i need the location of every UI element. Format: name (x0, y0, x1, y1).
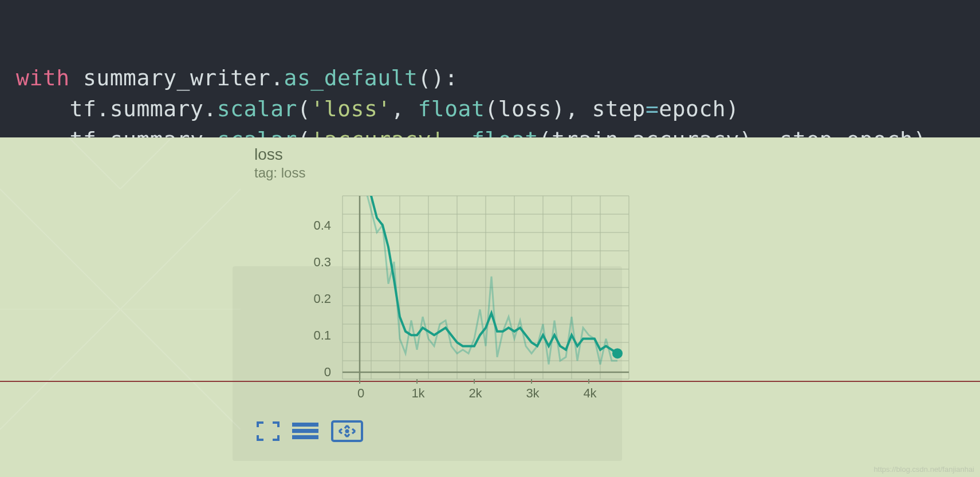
code-block: with summary_writer.as_default(): tf.sum… (0, 0, 980, 137)
raw-line (360, 190, 617, 364)
svg-line-1 (120, 189, 241, 309)
x-tick: 0 (357, 386, 364, 401)
function-name: scalar (217, 96, 297, 121)
kwarg-name: step (592, 96, 646, 121)
x-tick: 1k (411, 386, 424, 401)
string-literal: 'loss' (310, 96, 391, 121)
x-tick: 2k (469, 386, 482, 401)
svg-line-5 (120, 137, 241, 189)
expand-icon[interactable] (257, 421, 280, 441)
end-point-marker (612, 348, 623, 358)
lines-icon[interactable] (292, 421, 318, 441)
chart-title: loss (254, 145, 640, 164)
keyword-with: with (16, 65, 70, 90)
svg-rect-39 (292, 435, 318, 439)
identifier: summary_writer (83, 65, 270, 90)
paren-colon: (): (418, 65, 458, 90)
svg-point-41 (345, 429, 349, 433)
chart-toolbar (257, 420, 363, 442)
x-tick: 3k (526, 386, 539, 401)
x-tick: 4k (583, 386, 596, 401)
chart-panel: loss tag: loss 0 0.1 0.2 0.3 0.4 (239, 145, 640, 181)
submodule: summary (110, 96, 204, 121)
fit-icon[interactable] (331, 420, 363, 442)
loss-chart[interactable] (239, 190, 640, 419)
svg-line-4 (0, 137, 120, 189)
kwarg-value: epoch (659, 96, 726, 121)
svg-rect-37 (292, 423, 318, 427)
svg-line-0 (0, 189, 120, 309)
background-pattern (0, 137, 241, 477)
watermark: https://blog.csdn.net/fanjianhai (873, 465, 974, 474)
svg-line-2 (0, 309, 120, 429)
chart-area: loss tag: loss 0 0.1 0.2 0.3 0.4 (0, 137, 980, 477)
arg: loss (498, 96, 552, 121)
cast-fn: float (418, 96, 485, 121)
method-name: as_default (284, 65, 418, 90)
chart-subtitle: tag: loss (254, 165, 640, 181)
svg-rect-38 (292, 429, 318, 433)
svg-line-3 (120, 309, 241, 429)
module: tf (70, 96, 97, 121)
